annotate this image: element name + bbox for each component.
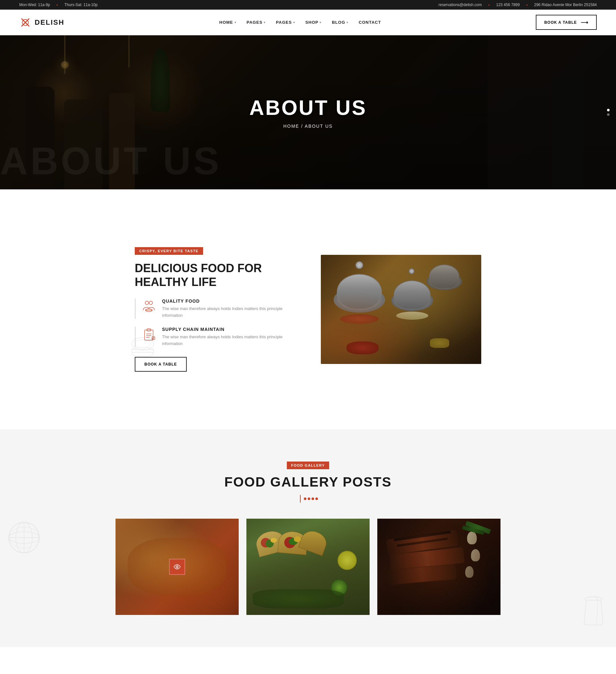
- hero-breadcrumb: HOME / ABOUT US: [283, 124, 333, 129]
- chevron-down-icon: ▾: [235, 21, 236, 24]
- globe-watermark: [6, 520, 42, 557]
- header: DELISH HOME ▾ PAGES ▾ PAGES ▾ SHOP ▾ BLO…: [0, 10, 616, 35]
- nav-home[interactable]: HOME ▾: [220, 20, 236, 25]
- feature-supply-text: SUPPLY CHAIN MAINTAIN The wise man there…: [162, 327, 295, 347]
- chevron-down-icon: ▾: [264, 21, 266, 24]
- gallery-item-3[interactable]: 👁: [377, 519, 500, 615]
- nav-pages-2[interactable]: PAGES ▾: [276, 20, 295, 25]
- top-bar: Mon-Wed: 11a-9p ● Thurs-Sat: 11a-10p res…: [0, 0, 616, 10]
- quality-food-icon-box: [141, 299, 157, 315]
- chevron-down-icon: ▾: [347, 21, 348, 24]
- logo[interactable]: DELISH: [19, 16, 65, 28]
- eye-icon: [169, 559, 185, 575]
- divider-dot-4: [316, 497, 318, 500]
- divider-dot-2: [308, 497, 310, 500]
- about-features: QUALITY FOOD The wise man therefore alwa…: [135, 299, 295, 347]
- gallery-item-1[interactable]: [116, 519, 239, 615]
- eye-svg: [173, 564, 180, 569]
- svg-point-26: [177, 566, 178, 567]
- dot-separator-2: ●: [488, 4, 490, 6]
- about-right: [321, 255, 481, 364]
- divider-dot-3: [312, 497, 314, 500]
- contact-address: 296 Ridao Avenie Mor Berlin 251584: [534, 3, 597, 7]
- breadcrumb-home: HOME: [283, 124, 299, 129]
- people-food-icon: [142, 300, 156, 314]
- burger-icon: [128, 335, 157, 364]
- gallery-header: FOOD GALLERY FOOD GALLERY POSTS: [19, 461, 597, 502]
- gallery-item-2[interactable]: 👁: [246, 519, 370, 615]
- feature-quality: QUALITY FOOD The wise man therefore alwa…: [135, 299, 295, 319]
- svg-point-13: [135, 340, 151, 348]
- about-section: CRISPY, EVERY BITE TASTE DELICIOUS FOOD …: [0, 189, 616, 429]
- book-table-header-button[interactable]: BOOK A TABLE ⟶: [536, 15, 597, 30]
- svg-point-4: [149, 301, 153, 305]
- svg-line-24: [596, 600, 598, 625]
- globe-icon: [6, 520, 42, 555]
- hours-weekend: Thurs-Sat: 11a-10p: [65, 3, 98, 7]
- arrow-right-icon: ⟶: [581, 19, 588, 25]
- buffet-photo: [321, 255, 481, 364]
- logo-icon: [19, 16, 31, 28]
- gallery-grid: 👁: [116, 519, 500, 615]
- divider-line-left: [300, 495, 300, 502]
- hours-weekday: Mon-Wed: 11a-9p: [19, 3, 50, 7]
- cup-watermark: [581, 594, 606, 628]
- gallery-section: FOOD GALLERY FOOD GALLERY POSTS: [0, 429, 616, 647]
- about-title: DELICIOUS FOOD FOR HEALTHY LIFE: [135, 261, 295, 289]
- hero-title: ABOUT US: [249, 96, 367, 120]
- divider-dot-1: [304, 497, 306, 500]
- logo-text: DELISH: [35, 18, 65, 27]
- burger-watermark: [128, 335, 157, 365]
- about-left: CRISPY, EVERY BITE TASTE DELICIOUS FOOD …: [135, 247, 295, 372]
- contact-phone: 123 456 7899: [496, 3, 520, 7]
- chevron-down-icon: ▾: [320, 21, 322, 24]
- breadcrumb-current: ABOUT US: [305, 124, 333, 129]
- eye-icon-3: 👁: [431, 559, 447, 575]
- about-content: CRISPY, EVERY BITE TASTE DELICIOUS FOOD …: [116, 215, 500, 404]
- nav-pages-1[interactable]: PAGES ▾: [247, 20, 266, 25]
- about-badge: CRISPY, EVERY BITE TASTE: [135, 247, 203, 255]
- top-bar-hours: Mon-Wed: 11a-9p ● Thurs-Sat: 11a-10p: [19, 3, 98, 7]
- eye-icon-2: 👁: [300, 559, 316, 575]
- cup-icon: [581, 594, 606, 627]
- svg-point-3: [145, 301, 149, 305]
- chevron-down-icon: ▾: [293, 21, 295, 24]
- gallery-overlay-1: [116, 519, 239, 615]
- hero-content: ABOUT US HOME / ABOUT US: [0, 35, 616, 189]
- nav-blog[interactable]: BLOG ▾: [332, 20, 348, 25]
- main-nav: HOME ▾ PAGES ▾ PAGES ▾ SHOP ▾ BLOG ▾ CON…: [220, 20, 381, 25]
- feature-quality-text: QUALITY FOOD The wise man therefore alwa…: [162, 299, 295, 319]
- dot-separator-3: ●: [526, 4, 528, 6]
- nav-contact[interactable]: CONTACT: [359, 20, 381, 25]
- feature-supply: SUPPLY CHAIN MAINTAIN The wise man there…: [135, 327, 295, 347]
- gallery-badge: FOOD GALLERY: [287, 461, 330, 469]
- breadcrumb-separator: /: [301, 124, 305, 129]
- contact-email: reservations@delish.com: [439, 3, 482, 7]
- top-bar-contact: reservations@delish.com ● 123 456 7899 ●…: [439, 3, 597, 7]
- gallery-divider: [19, 495, 597, 502]
- photo-noise: [321, 255, 481, 364]
- hero-section: ABOUT US HOME / ABOUT US ABOUT US: [0, 35, 616, 189]
- dot-separator: ●: [56, 4, 58, 6]
- gallery-title: FOOD GALLERY POSTS: [19, 474, 597, 490]
- nav-shop[interactable]: SHOP ▾: [305, 20, 322, 25]
